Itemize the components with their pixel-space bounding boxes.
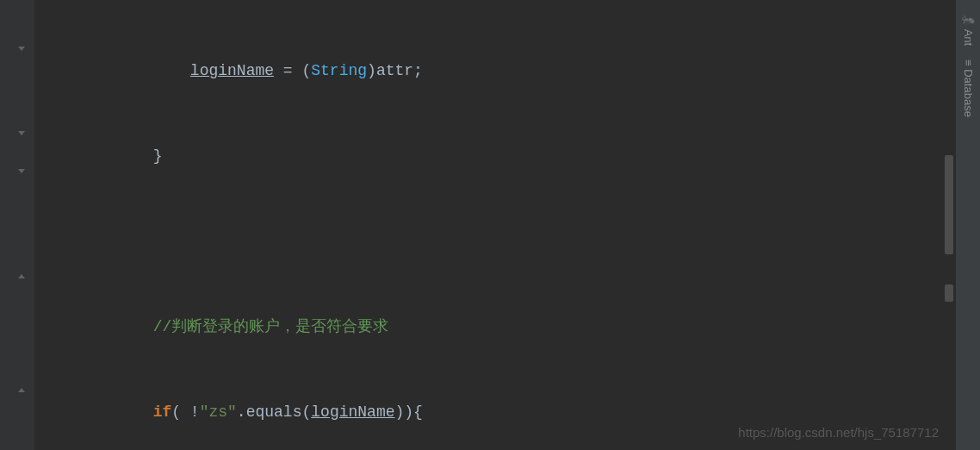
indent <box>41 403 153 421</box>
fold-marker-icon[interactable] <box>16 43 28 55</box>
punct: ( ! <box>171 403 199 421</box>
punct: )attr; <box>367 62 423 79</box>
tab-database[interactable]: ≡ Database <box>958 53 978 124</box>
type-cast: String <box>311 62 367 79</box>
tab-label: Database <box>962 69 975 117</box>
code-area[interactable]: loginName = (String)attr; } //判断登录的账户，是否… <box>34 0 942 450</box>
ant-icon: 🐜 <box>962 12 975 26</box>
editor-container: loginName = (String)attr; } //判断登录的账户，是否… <box>0 0 980 450</box>
indent <box>41 147 153 165</box>
scroll-marker <box>945 284 953 302</box>
right-tool-panel: 🐜 Ant ≡ Database <box>956 0 980 450</box>
method-call: .equals( <box>237 403 311 421</box>
variable: loginName <box>311 403 394 421</box>
fold-marker-icon[interactable] <box>16 166 28 178</box>
fold-marker-icon[interactable] <box>16 271 28 283</box>
code-line: loginName = (String)attr; <box>41 57 942 85</box>
tab-ant[interactable]: 🐜 Ant <box>958 5 978 53</box>
code-line: } <box>41 142 942 171</box>
keyword-if: if <box>153 403 172 421</box>
gutter <box>0 0 34 450</box>
indent <box>41 62 190 79</box>
punct: )){ <box>395 403 423 421</box>
scrollbar-track[interactable] <box>942 0 956 450</box>
code-line: if( !"zs".equals(loginName)){ <box>41 398 942 427</box>
variable: loginName <box>190 62 274 79</box>
database-icon: ≡ <box>962 59 975 66</box>
fold-marker-icon[interactable] <box>16 128 28 140</box>
string-literal: "zs" <box>200 403 237 421</box>
scroll-marker <box>945 155 953 254</box>
fold-marker-icon[interactable] <box>16 384 28 397</box>
comment: //判断登录的账户，是否符合要求 <box>153 318 389 335</box>
code-line: //判断登录的账户，是否符合要求 <box>41 313 942 341</box>
code-line-empty <box>41 228 942 256</box>
watermark-text: https://blog.csdn.net/hjs_75187712 <box>738 425 939 440</box>
punct: = ( <box>274 62 311 79</box>
tab-label: Ant <box>962 29 975 47</box>
brace: } <box>153 147 163 165</box>
indent <box>41 318 153 335</box>
